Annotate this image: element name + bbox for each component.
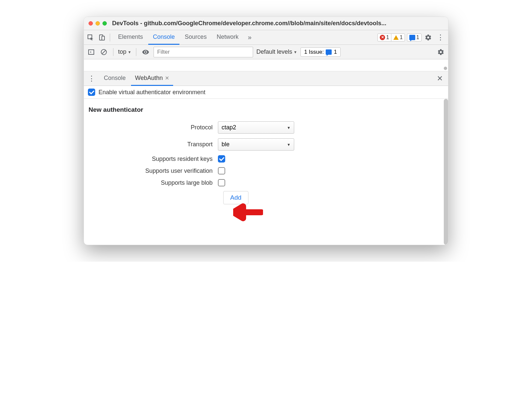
error-warning-badges[interactable]: ✕ 1 1 <box>377 33 405 41</box>
protocol-select[interactable]: ctap2 ▼ <box>218 121 294 134</box>
resident-keys-label: Supports resident keys <box>89 156 218 163</box>
protocol-value: ctap2 <box>222 124 236 131</box>
annotation-arrow-icon <box>233 202 263 222</box>
add-button[interactable]: Add <box>223 191 248 204</box>
more-tabs-chevron-icon[interactable]: » <box>245 33 254 41</box>
resident-keys-checkbox[interactable] <box>218 155 225 163</box>
messages-badge-group[interactable]: 1 <box>407 33 422 41</box>
warnings-count: 1 <box>400 34 403 40</box>
messages-count: 1 <box>416 34 419 40</box>
drawer-more-icon[interactable]: ⋮ <box>86 74 97 83</box>
issues-label: 1 Issue: <box>304 49 324 55</box>
errors-count: 1 <box>386 34 389 40</box>
close-drawer-icon[interactable]: ✕ <box>433 74 446 83</box>
settings-gear-icon[interactable] <box>424 33 433 42</box>
transport-label: Transport <box>89 141 218 148</box>
chevron-down-icon: ▼ <box>294 50 297 54</box>
issues-count: 1 <box>334 49 337 55</box>
window-controls <box>89 21 107 26</box>
transport-row: Transport ble ▼ <box>89 138 443 151</box>
live-expression-eye-icon[interactable] <box>141 47 150 57</box>
tab-network[interactable]: Network <box>212 30 243 45</box>
warning-icon <box>393 35 399 40</box>
transport-select[interactable]: ble ▼ <box>218 138 294 151</box>
user-verify-row: Supports user verification <box>89 167 443 174</box>
minimize-window-button[interactable] <box>96 21 100 26</box>
chevron-down-icon: ▼ <box>287 126 291 130</box>
maximize-window-button[interactable] <box>102 21 107 26</box>
drawer-tabbar: ⋮ Console WebAuthn ✕ ✕ <box>84 71 448 86</box>
messages-badge[interactable]: 1 <box>407 34 421 41</box>
error-icon: ✕ <box>380 35 385 40</box>
scrollbar-thumb[interactable] <box>444 99 448 245</box>
chevron-down-icon: ▼ <box>287 143 291 147</box>
errors-badge[interactable]: ✕ 1 <box>378 34 391 41</box>
devtools-window: DevTools - github.com/GoogleChrome/devel… <box>84 17 448 245</box>
close-tab-icon[interactable]: ✕ <box>165 75 169 81</box>
user-verify-checkbox[interactable] <box>218 167 225 174</box>
main-toolbar: Elements Console Sources Network » ✕ 1 1 <box>84 30 448 45</box>
levels-label: Default levels <box>256 48 292 55</box>
context-dropdown[interactable]: top ▼ <box>118 48 131 55</box>
drawer-tab-console[interactable]: Console <box>100 71 130 86</box>
enable-environment-row: Enable virtual authenticator environment <box>84 86 448 99</box>
window-title: DevTools - github.com/GoogleChrome/devel… <box>112 20 386 27</box>
large-blob-checkbox[interactable] <box>218 179 225 186</box>
protocol-label: Protocol <box>89 124 218 131</box>
chat-icon <box>409 35 415 40</box>
clear-console-icon[interactable] <box>99 47 108 57</box>
console-sidebar-toggle-icon[interactable] <box>87 47 96 57</box>
drawer-tab-webauthn[interactable]: WebAuthn ✕ <box>131 71 173 86</box>
close-window-button[interactable] <box>89 21 93 26</box>
tab-console[interactable]: Console <box>148 30 179 45</box>
drawer-tabs: Console WebAuthn ✕ <box>100 71 173 86</box>
main-tabs: Elements Console Sources Network <box>113 30 243 45</box>
more-menu-icon[interactable]: ⋮ <box>435 33 446 42</box>
window-titlebar: DevTools - github.com/GoogleChrome/devel… <box>84 17 448 30</box>
protocol-row: Protocol ctap2 ▼ <box>89 121 443 134</box>
authenticator-form: New authenticator Protocol ctap2 ▼ Trans… <box>84 99 448 245</box>
console-body <box>84 59 448 71</box>
log-levels-dropdown[interactable]: Default levels ▼ <box>256 48 297 55</box>
warnings-badge[interactable]: 1 <box>391 34 405 41</box>
form-heading: New authenticator <box>89 106 443 113</box>
chat-icon <box>326 49 332 55</box>
console-toolbar: top ▼ Default levels ▼ 1 Issue: 1 <box>84 45 448 59</box>
large-blob-label: Supports large blob <box>89 179 218 186</box>
svg-line-5 <box>102 50 105 54</box>
context-label: top <box>118 48 126 55</box>
user-verify-label: Supports user verification <box>89 167 218 174</box>
svg-rect-2 <box>102 36 104 40</box>
enable-environment-label: Enable virtual authenticator environment <box>99 89 205 96</box>
enable-environment-checkbox[interactable] <box>88 89 95 96</box>
tab-sources[interactable]: Sources <box>180 30 211 45</box>
divider <box>136 48 136 56</box>
divider <box>110 33 110 41</box>
content-wrap: New authenticator Protocol ctap2 ▼ Trans… <box>84 99 448 245</box>
device-toggle-icon[interactable] <box>97 33 106 42</box>
inspect-element-icon[interactable] <box>86 33 95 42</box>
resident-keys-row: Supports resident keys <box>89 155 443 163</box>
transport-value: ble <box>222 141 230 148</box>
large-blob-row: Supports large blob <box>89 179 443 186</box>
issues-button[interactable]: 1 Issue: 1 <box>300 47 341 57</box>
tab-elements[interactable]: Elements <box>113 30 148 45</box>
filter-input[interactable] <box>154 47 253 57</box>
divider <box>113 48 113 56</box>
chevron-down-icon: ▼ <box>128 50 131 54</box>
console-settings-gear-icon[interactable] <box>436 47 445 57</box>
toolbar-right: ✕ 1 1 1 ⋮ <box>377 33 446 42</box>
